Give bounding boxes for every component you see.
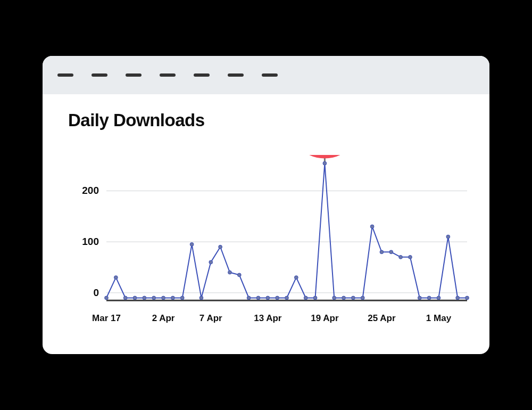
svg-point-14 — [152, 296, 156, 300]
svg-point-24 — [247, 296, 251, 300]
tab-placeholder[interactable] — [262, 73, 278, 77]
svg-point-35 — [351, 296, 355, 300]
svg-point-29 — [294, 276, 298, 280]
svg-point-27 — [276, 296, 279, 300]
svg-point-22 — [228, 270, 232, 274]
chart: 0100200254Mar 172 Apr7 Apr13 Apr19 Apr25… — [68, 155, 464, 331]
svg-text:200: 200 — [82, 185, 99, 196]
svg-point-25 — [256, 296, 260, 300]
svg-point-34 — [342, 296, 346, 300]
tab-placeholder[interactable] — [160, 73, 176, 77]
svg-point-36 — [361, 296, 364, 300]
svg-point-33 — [332, 296, 336, 300]
svg-point-28 — [285, 296, 289, 300]
svg-point-15 — [162, 296, 165, 300]
svg-point-47 — [466, 296, 469, 300]
svg-text:7 Apr: 7 Apr — [200, 313, 222, 323]
svg-text:1 May: 1 May — [426, 313, 452, 323]
svg-point-11 — [123, 296, 127, 300]
svg-point-18 — [190, 243, 194, 247]
titlebar — [43, 56, 489, 94]
svg-point-32 — [323, 161, 327, 165]
chart-title: Daily Downloads — [68, 110, 464, 130]
svg-point-30 — [304, 296, 307, 300]
svg-point-16 — [171, 296, 174, 300]
svg-point-21 — [219, 245, 222, 249]
svg-point-19 — [200, 296, 203, 300]
svg-point-13 — [143, 296, 146, 300]
svg-point-17 — [180, 296, 184, 300]
svg-point-45 — [446, 235, 450, 239]
svg-point-41 — [409, 255, 412, 259]
svg-text:19 Apr: 19 Apr — [311, 313, 339, 323]
svg-point-40 — [399, 255, 403, 259]
tab-placeholder[interactable] — [228, 73, 244, 77]
svg-point-20 — [209, 260, 213, 264]
svg-point-9 — [105, 296, 109, 300]
svg-point-48 — [292, 155, 358, 156]
svg-point-44 — [437, 296, 440, 300]
line-chart-svg: 0100200254Mar 172 Apr7 Apr13 Apr19 Apr25… — [68, 155, 472, 331]
svg-text:100: 100 — [82, 236, 99, 247]
svg-point-46 — [456, 296, 460, 300]
svg-point-38 — [380, 250, 384, 254]
tab-placeholder[interactable] — [57, 73, 73, 77]
svg-point-23 — [237, 273, 241, 277]
tab-placeholder[interactable] — [194, 73, 210, 77]
svg-point-39 — [389, 250, 393, 254]
svg-text:25 Apr: 25 Apr — [368, 313, 396, 323]
svg-point-37 — [370, 225, 374, 228]
svg-point-42 — [418, 296, 421, 300]
content-area: Daily Downloads 0100200254Mar 172 Apr7 A… — [43, 94, 489, 354]
svg-text:0: 0 — [93, 287, 99, 298]
app-window: Daily Downloads 0100200254Mar 172 Apr7 A… — [43, 56, 489, 354]
svg-text:2 Apr: 2 Apr — [152, 313, 175, 323]
svg-point-31 — [313, 296, 317, 300]
svg-text:Mar 17: Mar 17 — [92, 313, 121, 323]
svg-point-26 — [266, 296, 270, 300]
tab-placeholder[interactable] — [126, 73, 142, 77]
tab-placeholder[interactable] — [92, 73, 107, 77]
svg-text:13 Apr: 13 Apr — [254, 313, 282, 323]
svg-point-43 — [427, 296, 431, 300]
svg-point-12 — [133, 296, 137, 300]
svg-point-10 — [114, 276, 118, 280]
